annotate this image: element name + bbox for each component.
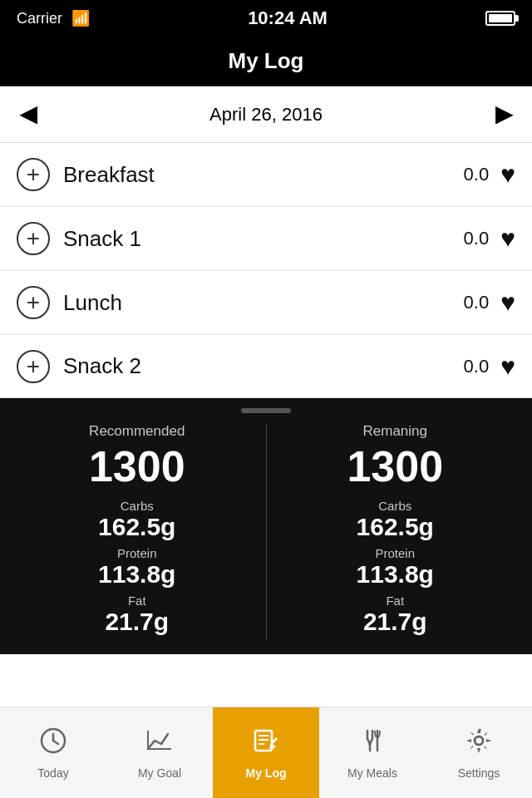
recommended-carbs-value: 162.5g xyxy=(8,513,266,541)
meal-left-snack1: + Snack 1 xyxy=(17,222,141,255)
next-date-button[interactable]: ▶ xyxy=(495,101,512,127)
tab-mygoal-label: My Goal xyxy=(138,766,181,780)
tab-today[interactable]: Today xyxy=(0,707,106,798)
recommended-carbs: Carbs 162.5g xyxy=(8,499,266,541)
battery-indicator xyxy=(485,11,515,26)
carrier-label: Carrier 📶 xyxy=(17,9,90,27)
add-snack1-button[interactable]: + xyxy=(17,222,50,255)
prev-date-button[interactable]: ◀ xyxy=(20,101,37,127)
svg-point-13 xyxy=(475,736,483,745)
meal-right-breakfast: 0.0 ♥ xyxy=(464,160,515,189)
tab-settings-label: Settings xyxy=(458,766,500,780)
heart-icon-breakfast[interactable]: ♥ xyxy=(500,160,515,189)
pencil-icon xyxy=(251,726,281,761)
meal-name-snack2: Snack 2 xyxy=(63,353,141,379)
recommended-protein: Protein 113.8g xyxy=(8,546,266,589)
stats-columns: Recommended 1300 Carbs 162.5g Protein 11… xyxy=(0,423,532,641)
current-date: April 26, 2016 xyxy=(209,104,323,126)
meal-right-lunch: 0.0 ♥ xyxy=(464,288,515,317)
time-label: 10:24 AM xyxy=(248,7,328,29)
recommended-protein-value: 113.8g xyxy=(8,560,266,589)
meal-left-lunch: + Lunch xyxy=(17,286,122,319)
remaining-fat: Fat 21.7g xyxy=(267,594,525,636)
meal-item-lunch[interactable]: + Lunch 0.0 ♥ xyxy=(0,271,532,335)
app-title: My Log xyxy=(229,48,304,73)
tab-mymeals[interactable]: My Meals xyxy=(319,707,426,798)
date-nav: ◀ April 26, 2016 ▶ xyxy=(0,86,532,143)
meal-left-snack2: + Snack 2 xyxy=(17,350,141,383)
add-snack2-button[interactable]: + xyxy=(17,350,50,383)
app-header: My Log xyxy=(0,37,532,86)
meal-item-snack1[interactable]: + Snack 1 0.0 ♥ xyxy=(0,207,532,271)
tab-today-label: Today xyxy=(37,766,68,780)
recommended-carbs-label: Carbs xyxy=(8,499,266,513)
meal-list: + Breakfast 0.0 ♥ + Snack 1 0.0 ♥ + Lunc… xyxy=(0,143,532,398)
meal-value-breakfast: 0.0 xyxy=(464,164,490,185)
meal-value-snack1: 0.0 xyxy=(464,228,490,249)
remaining-carbs: Carbs 162.5g xyxy=(267,499,525,541)
recommended-fat-value: 21.7g xyxy=(8,608,266,636)
remaining-protein-label: Protein xyxy=(267,546,525,560)
svg-line-2 xyxy=(53,741,58,744)
recommended-label: Recommended xyxy=(8,423,266,440)
remaining-fat-value: 21.7g xyxy=(267,608,525,636)
remaining-fat-label: Fat xyxy=(267,594,525,608)
remaining-calories: 1300 xyxy=(267,443,525,490)
stats-recommended: Recommended 1300 Carbs 162.5g Protein 11… xyxy=(8,423,266,641)
stats-panel: Recommended 1300 Carbs 162.5g Protein 11… xyxy=(0,398,532,654)
remaining-carbs-label: Carbs xyxy=(267,499,525,513)
meal-name-breakfast: Breakfast xyxy=(63,162,155,188)
meal-right-snack1: 0.0 ♥ xyxy=(464,224,515,253)
tab-mygoal[interactable]: My Goal xyxy=(106,707,213,798)
meal-left-breakfast: + Breakfast xyxy=(17,158,155,191)
heart-icon-lunch[interactable]: ♥ xyxy=(500,288,515,317)
recommended-protein-label: Protein xyxy=(8,546,266,560)
clock-icon xyxy=(38,726,68,761)
meal-value-lunch: 0.0 xyxy=(464,292,490,313)
meal-item-snack2[interactable]: + Snack 2 0.0 ♥ xyxy=(0,335,532,398)
meal-value-snack2: 0.0 xyxy=(464,356,490,377)
recommended-fat-label: Fat xyxy=(8,594,266,608)
remaining-protein: Protein 113.8g xyxy=(267,546,525,589)
battery-icon xyxy=(485,11,515,26)
chart-icon xyxy=(145,726,175,761)
meal-item-breakfast[interactable]: + Breakfast 0.0 ♥ xyxy=(0,143,532,207)
tab-settings[interactable]: Settings xyxy=(426,707,532,798)
drag-handle-bar xyxy=(241,408,291,413)
drag-handle[interactable] xyxy=(0,408,532,413)
stats-remaining: Remaning 1300 Carbs 162.5g Protein 113.8… xyxy=(267,423,525,641)
recommended-fat: Fat 21.7g xyxy=(8,594,266,636)
meal-name-snack1: Snack 1 xyxy=(63,226,141,252)
tab-mymeals-label: My Meals xyxy=(347,766,397,780)
tab-mylog-label: My Log xyxy=(246,766,287,780)
recommended-calories: 1300 xyxy=(8,443,266,490)
wifi-icon: 📶 xyxy=(71,10,90,27)
heart-icon-snack2[interactable]: ♥ xyxy=(500,352,515,381)
remaining-label: Remaning xyxy=(267,423,525,440)
status-bar: Carrier 📶 10:24 AM xyxy=(0,0,532,37)
add-lunch-button[interactable]: + xyxy=(17,286,50,319)
tab-bar: Today My Goal My Log xyxy=(0,707,532,798)
fork-icon xyxy=(357,726,387,761)
remaining-carbs-value: 162.5g xyxy=(267,513,525,541)
add-breakfast-button[interactable]: + xyxy=(17,158,50,191)
remaining-protein-value: 113.8g xyxy=(267,560,525,589)
tab-mylog[interactable]: My Log xyxy=(213,707,319,798)
meal-right-snack2: 0.0 ♥ xyxy=(464,352,515,381)
heart-icon-snack1[interactable]: ♥ xyxy=(500,224,515,253)
gear-icon xyxy=(464,726,494,761)
meal-name-lunch: Lunch xyxy=(63,290,122,316)
